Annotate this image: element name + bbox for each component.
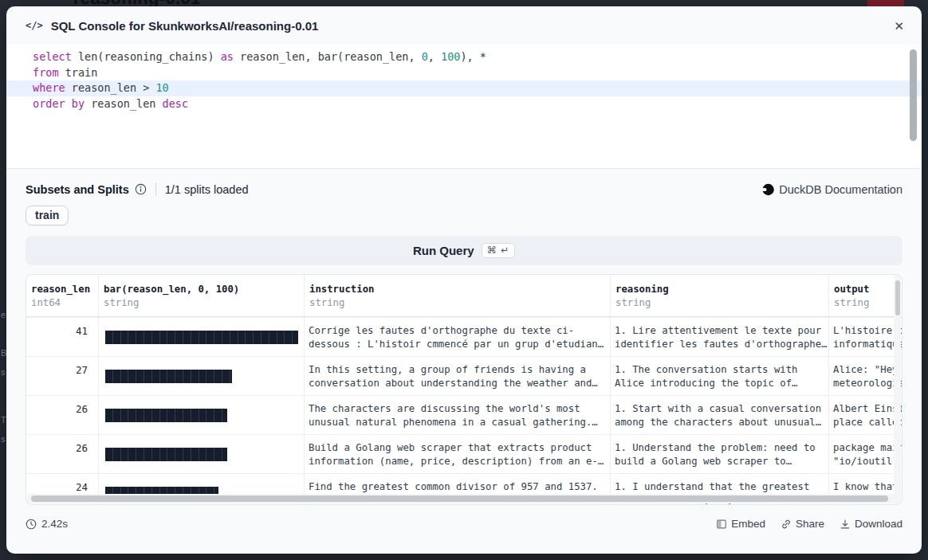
code-line[interactable]: order by reason_len desc xyxy=(6,96,922,112)
run-query-label: Run Query xyxy=(413,244,474,257)
bar-fill xyxy=(105,448,227,461)
keyboard-shortcut-badge: ⌘ ↵ xyxy=(482,243,515,258)
code-line[interactable]: where reason_len > 10 xyxy=(6,80,922,96)
download-icon xyxy=(840,519,851,530)
split-chip-train[interactable]: train xyxy=(26,206,69,225)
editor-divider xyxy=(6,168,922,169)
column-header-output: output string xyxy=(828,275,902,316)
table-horizontal-scrollbar-thumb[interactable] xyxy=(31,495,888,502)
query-duration: 2.42s xyxy=(26,518,68,530)
background-text-fragment: T xyxy=(1,415,6,425)
bar-fill xyxy=(105,331,298,344)
cell-bar xyxy=(98,357,304,395)
sql-console-modal: </> SQL Console for SkunkworksAI/reasoni… xyxy=(6,6,922,554)
column-header-reasoning: reasoning string xyxy=(610,275,828,316)
download-label: Download xyxy=(855,518,902,530)
cell-reason-len: 26 xyxy=(26,435,98,473)
bar-fill xyxy=(105,370,232,383)
column-header-reason-len: reason_len int64 xyxy=(26,275,98,316)
table-row[interactable]: 26 The characters are discussing the wor… xyxy=(26,395,902,434)
background-text-fragment: e xyxy=(1,310,6,319)
table-horizontal-scrollbar[interactable] xyxy=(27,494,894,503)
cell-output: Albert Einste place called xyxy=(828,396,902,434)
duration-label: 2.42s xyxy=(41,518,68,530)
column-header-instruction: instruction string xyxy=(304,275,610,316)
cell-instruction: The characters are discussing the world'… xyxy=(304,396,610,434)
cell-bar xyxy=(98,396,304,434)
clock-icon xyxy=(26,519,37,530)
splits-row: Subsets and Splits 1/1 splits loaded Duc… xyxy=(26,182,902,196)
footer-actions: Embed Share Download xyxy=(716,518,902,530)
splits-loaded-status: 1/1 splits loaded xyxy=(165,183,249,196)
embed-label: Embed xyxy=(731,518,765,530)
code-line[interactable]: from train xyxy=(6,65,922,81)
cell-reasoning: 1. Lire attentivement le texte pour iden… xyxy=(610,318,828,356)
table-vertical-scrollbar[interactable] xyxy=(894,276,901,505)
cell-instruction: Corrige les fautes d'orthographe du text… xyxy=(304,318,610,356)
cell-output: package main "io/ioutil" " xyxy=(828,435,902,473)
cell-reasoning: 1. Start with a casual conversation amon… xyxy=(610,396,828,434)
code-lines: select len(reasoning_chains) as reason_l… xyxy=(6,49,922,112)
background-text-fragment: s xyxy=(1,434,6,444)
table-vertical-scrollbar-thumb[interactable] xyxy=(895,280,900,315)
table-row[interactable]: 26 Build a Golang web scraper that extra… xyxy=(26,434,902,473)
cell-bar xyxy=(98,435,304,473)
table-row[interactable]: 27 In this setting, a group of friends i… xyxy=(26,356,902,395)
code-icon: </> xyxy=(26,20,43,31)
cell-instruction: Build a Golang web scraper that extracts… xyxy=(304,435,610,473)
cell-reasoning: 1. Understand the problem: need to build… xyxy=(610,435,828,473)
code-line[interactable]: select len(reasoning_chains) as reason_l… xyxy=(6,49,922,65)
duckdb-icon xyxy=(761,183,774,196)
background-red-badge xyxy=(867,0,904,6)
embed-icon xyxy=(716,519,727,530)
close-icon[interactable]: ✕ xyxy=(891,17,907,35)
table-header-row: reason_len int64 bar(reason_len, 0, 100)… xyxy=(26,275,902,317)
vertical-separator xyxy=(155,182,156,196)
share-button[interactable]: Share xyxy=(781,518,824,530)
cell-reason-len: 41 xyxy=(26,318,98,356)
cell-output: L'histoire co informatique xyxy=(828,318,902,356)
column-header-bar: bar(reason_len, 0, 100) string xyxy=(98,275,304,316)
results-table: reason_len int64 bar(reason_len, 0, 100)… xyxy=(26,274,902,505)
cell-reason-len: 26 xyxy=(26,396,98,434)
run-query-button[interactable]: Run Query ⌘ ↵ xyxy=(26,236,902,265)
modal-title: SQL Console for SkunkworksAI/reasoning-0… xyxy=(51,19,319,33)
splits-heading: Subsets and Splits xyxy=(26,183,129,196)
share-link-icon xyxy=(781,519,792,530)
modal-titlebar: </> SQL Console for SkunkworksAI/reasoni… xyxy=(6,6,922,45)
background-text-fragment: s xyxy=(1,367,6,377)
embed-button[interactable]: Embed xyxy=(716,518,765,530)
cell-output: Alice: "Hey g meteorologist xyxy=(828,357,902,395)
cell-reason-len: 27 xyxy=(26,357,98,395)
download-button[interactable]: Download xyxy=(840,518,902,530)
duckdb-documentation-link[interactable]: DuckDB Documentation xyxy=(761,183,902,196)
sql-editor[interactable]: select len(reasoning_chains) as reason_l… xyxy=(6,45,922,168)
bar-fill xyxy=(105,409,227,422)
editor-vertical-scrollbar[interactable] xyxy=(910,49,917,141)
info-icon[interactable] xyxy=(135,183,147,195)
table-row[interactable]: 41 Corrige les fautes d'orthographe du t… xyxy=(26,317,902,356)
modal-footer: 2.42s Embed Share Download xyxy=(26,518,902,530)
duckdb-link-label: DuckDB Documentation xyxy=(779,183,902,196)
page-backdrop: reasoning-0.01 e B s T s </> SQL Console… xyxy=(0,0,928,560)
cell-bar xyxy=(98,318,304,356)
cell-reasoning: 1. The conversation starts with Alice in… xyxy=(610,357,828,395)
cell-instruction: In this setting, a group of friends is h… xyxy=(304,357,610,395)
split-chip-row: train xyxy=(26,206,902,225)
share-label: Share xyxy=(796,518,824,530)
